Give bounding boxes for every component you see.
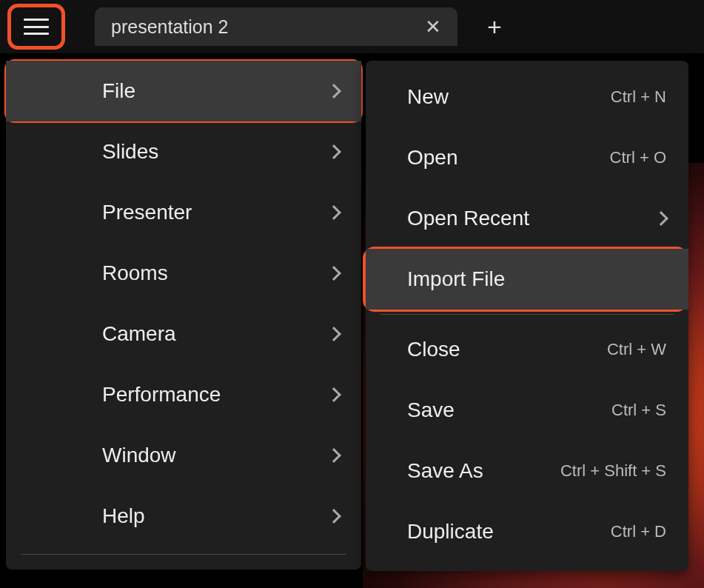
submenu-item-save[interactable]: Save Ctrl + S [366,380,688,441]
submenu-item-duplicate[interactable]: Duplicate Ctrl + D [366,501,688,562]
menu-item-label: Slides [102,140,158,164]
menu-item-label: Camera [102,322,176,346]
submenu-item-label: Duplicate [407,520,494,544]
menu-item-help[interactable]: Help [6,486,361,547]
submenu-item-label: New [407,85,449,109]
submenu-item-open[interactable]: Open Ctrl + O [366,127,688,188]
submenu-item-label: Close [407,338,460,361]
menu-item-label: Rooms [102,261,168,285]
menu-item-slides[interactable]: Slides [6,121,361,182]
submenu-shortcut: Ctrl + S [611,401,666,420]
chevron-right-icon [326,387,341,402]
close-icon[interactable]: ✕ [425,16,441,39]
submenu-item-new[interactable]: New Ctrl + N [366,67,688,127]
top-bar: presentation 2 ✕ + [0,0,704,53]
chevron-right-icon [326,327,341,341]
menu-item-label: Help [102,504,145,528]
chevron-right-icon [326,144,341,159]
chevron-right-icon [654,211,668,226]
menu-item-label: Presenter [102,201,192,224]
menu-item-rooms[interactable]: Rooms [6,243,361,304]
chevron-right-icon [326,448,341,463]
submenu-item-import-file[interactable]: Import File [366,249,688,310]
file-submenu: New Ctrl + N Open Ctrl + O Open Recent I… [366,61,688,571]
menu-item-performance[interactable]: Performance [6,364,361,425]
submenu-item-label: Save As [407,459,483,483]
menu-item-file[interactable]: File [6,61,361,121]
hamburger-button[interactable] [7,4,65,50]
menu-item-label: Window [102,444,176,467]
menu-divider [381,314,674,315]
menu-item-presenter[interactable]: Presenter [6,182,361,243]
submenu-item-close[interactable]: Close Ctrl + W [366,319,688,380]
new-tab-button[interactable]: + [487,13,502,41]
submenu-shortcut: Ctrl + W [607,340,666,359]
submenu-item-label: Open [407,146,458,170]
tab-title: presentation 2 [111,16,228,38]
submenu-shortcut: Ctrl + Shift + S [560,461,666,481]
submenu-shortcut: Ctrl + O [610,148,666,167]
main-menu: File Slides Presenter Rooms Camera Perfo… [6,61,361,569]
menu-item-label: Performance [102,383,221,407]
chevron-right-icon [326,205,341,220]
document-tab[interactable]: presentation 2 ✕ [95,7,457,46]
chevron-right-icon [326,509,341,524]
submenu-item-label: Save [407,398,455,422]
submenu-item-label: Open Recent [407,207,529,230]
hamburger-icon [24,19,49,35]
submenu-shortcut: Ctrl + D [611,522,666,541]
submenu-item-open-recent[interactable]: Open Recent [366,188,688,249]
submenu-item-save-as[interactable]: Save As Ctrl + Shift + S [366,441,688,501]
submenu-item-label: Import File [407,267,505,291]
menu-item-label: File [102,79,135,103]
submenu-shortcut: Ctrl + N [611,87,666,107]
menu-item-window[interactable]: Window [6,425,361,486]
menu-item-camera[interactable]: Camera [6,304,361,364]
menu-divider [21,554,346,555]
chevron-right-icon [326,84,341,98]
chevron-right-icon [326,266,341,281]
